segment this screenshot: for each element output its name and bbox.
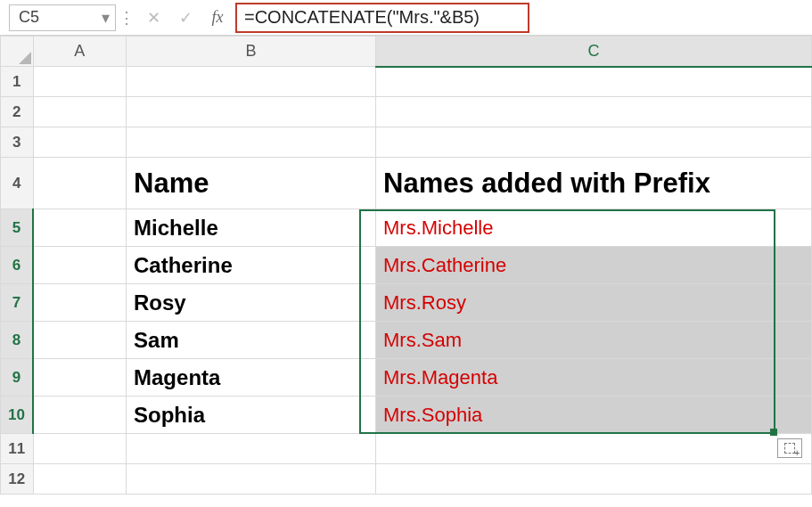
name-value: Michelle — [127, 209, 375, 246]
cell-B1[interactable] — [127, 67, 376, 97]
column-header-C[interactable]: C — [376, 37, 812, 67]
cell-C8[interactable]: Mrs.Sam — [376, 322, 812, 359]
cell-A2[interactable] — [33, 97, 126, 127]
cell-A1[interactable] — [33, 67, 126, 97]
row-header-2[interactable]: 2 — [1, 97, 34, 127]
spreadsheet-grid: A B C 1 2 3 4 Name Names added with Pref… — [0, 36, 812, 495]
row-header-11[interactable]: 11 — [1, 434, 34, 464]
formula-bar: C5 ▾ ⋮ ✕ ✓ fx =CONCATENATE("Mrs."&B5) — [0, 0, 812, 36]
row-header-3[interactable]: 3 — [1, 127, 34, 158]
row-header-4[interactable]: 4 — [1, 158, 34, 209]
enter-icon[interactable]: ✓ — [169, 8, 201, 28]
row-header-6[interactable]: 6 — [1, 247, 34, 284]
cell-A6[interactable] — [33, 247, 126, 284]
cell-C6[interactable]: Mrs.Catherine — [376, 247, 812, 284]
row-header-7[interactable]: 7 — [1, 284, 34, 322]
prefix-value: Mrs.Michelle — [376, 209, 811, 246]
prefix-value: Mrs.Magenta — [376, 359, 811, 396]
cell-A4[interactable] — [33, 158, 126, 209]
row-header-5[interactable]: 5 — [1, 209, 34, 247]
column-header-B[interactable]: B — [127, 37, 376, 67]
cell-C3[interactable] — [376, 127, 812, 158]
row-header-10[interactable]: 10 — [1, 397, 34, 434]
name-value: Rosy — [127, 284, 375, 321]
name-value: Magenta — [127, 359, 375, 396]
cell-A7[interactable] — [33, 284, 126, 322]
cell-C5[interactable]: Mrs.Michelle — [376, 209, 812, 247]
cell-C4[interactable]: Names added with Prefix — [376, 158, 812, 209]
cell-A12[interactable] — [33, 464, 126, 495]
cell-B3[interactable] — [127, 127, 376, 158]
column-header-row: A B C — [1, 37, 812, 67]
prefix-value: Mrs.Rosy — [376, 284, 811, 321]
cell-C9[interactable]: Mrs.Magenta — [376, 359, 812, 397]
cell-B6[interactable]: Catherine — [127, 247, 376, 284]
cell-A5[interactable] — [33, 209, 126, 247]
row-header-8[interactable]: 8 — [1, 322, 34, 359]
name-value: Sam — [127, 322, 375, 358]
cell-C10[interactable]: Mrs.Sophia — [376, 397, 812, 434]
cell-A8[interactable] — [33, 322, 126, 359]
header-name: Name — [127, 168, 375, 200]
select-all-corner[interactable] — [1, 37, 34, 67]
cell-B5[interactable]: Michelle — [127, 209, 376, 247]
select-all-triangle-icon — [19, 52, 31, 64]
cell-A10[interactable] — [33, 397, 126, 434]
cell-A3[interactable] — [33, 127, 126, 158]
chevron-down-icon[interactable]: ▾ — [102, 8, 110, 28]
prefix-value: Mrs.Catherine — [376, 247, 811, 283]
cell-B4[interactable]: Name — [127, 158, 376, 209]
cell-C2[interactable] — [376, 97, 812, 127]
cell-B10[interactable]: Sophia — [127, 397, 376, 434]
formula-input[interactable]: =CONCATENATE("Mrs."&B5) — [244, 7, 480, 28]
name-box[interactable]: C5 ▾ — [9, 4, 116, 31]
fx-icon[interactable]: fx — [201, 8, 234, 27]
column-header-A[interactable]: A — [33, 37, 126, 67]
row-header-12[interactable]: 12 — [1, 464, 34, 495]
cell-B9[interactable]: Magenta — [127, 359, 376, 397]
plus-icon: + — [794, 448, 800, 458]
cell-B7[interactable]: Rosy — [127, 284, 376, 322]
row-header-9[interactable]: 9 — [1, 359, 34, 397]
prefix-value: Mrs.Sam — [376, 322, 811, 358]
cell-A11[interactable] — [33, 434, 126, 464]
cell-B12[interactable] — [127, 464, 376, 495]
name-box-value: C5 — [19, 8, 39, 27]
cell-A9[interactable] — [33, 359, 126, 397]
cell-C7[interactable]: Mrs.Rosy — [376, 284, 812, 322]
cell-B11[interactable] — [127, 434, 376, 464]
cell-C11[interactable] — [376, 434, 812, 464]
formula-highlight-box: =CONCATENATE("Mrs."&B5) — [235, 3, 529, 33]
name-value: Sophia — [127, 397, 375, 433]
cell-B2[interactable] — [127, 97, 376, 127]
formula-bar-separator-icon: ⋮ — [116, 8, 137, 28]
cell-B8[interactable]: Sam — [127, 322, 376, 359]
header-prefix: Names added with Prefix — [376, 168, 811, 200]
cell-C12[interactable] — [376, 464, 812, 495]
prefix-value: Mrs.Sophia — [376, 397, 811, 433]
cell-C1[interactable] — [376, 67, 812, 97]
cancel-icon[interactable]: ✕ — [137, 8, 169, 28]
name-value: Catherine — [127, 247, 375, 283]
row-header-1[interactable]: 1 — [1, 67, 34, 97]
autofill-options-button[interactable]: + — [777, 438, 802, 458]
